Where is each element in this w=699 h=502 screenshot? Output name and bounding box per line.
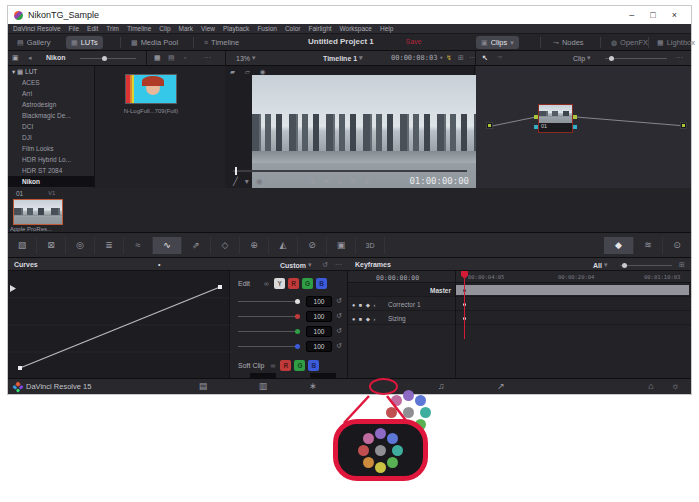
openfx-button[interactable]: ◍ OpenFX: [606, 36, 653, 49]
keyframes-options-icon[interactable]: ⊞: [679, 261, 685, 269]
g-value[interactable]: 100: [306, 326, 332, 337]
menu-davinci-resolve[interactable]: DaVinci Resolve: [13, 25, 61, 32]
node-options-icon[interactable]: ···: [676, 54, 683, 61]
node-output-socket[interactable]: [680, 122, 687, 129]
b-value[interactable]: 100: [306, 341, 332, 352]
close-button[interactable]: ×: [672, 10, 677, 20]
menu-color[interactable]: Color: [285, 25, 301, 32]
play-button[interactable]: ▶: [351, 177, 356, 185]
viewer-timecode[interactable]: 00:00:08:03 ▾: [391, 54, 444, 62]
master-track-bar[interactable]: [456, 285, 689, 295]
lut-tree-item[interactable]: ACES: [8, 77, 94, 88]
reset-icon[interactable]: ↺: [336, 327, 342, 335]
key-icon[interactable]: ⊘: [298, 237, 327, 254]
reset-icon[interactable]: ↺: [336, 312, 342, 320]
minimize-button[interactable]: –: [629, 10, 634, 20]
viewer-timeline-select[interactable]: Timeline 1 ▾: [323, 54, 363, 62]
soft-clip-r-button[interactable]: R: [280, 360, 291, 371]
color-match-icon[interactable]: ⊠: [37, 237, 66, 254]
r-slider[interactable]: [238, 316, 298, 317]
keyframes-zoom-slider[interactable]: [620, 265, 672, 266]
chevron-down-icon[interactable]: ▾: [245, 177, 249, 186]
menu-help[interactable]: Help: [380, 25, 393, 32]
menu-workspace[interactable]: Workspace: [340, 25, 372, 32]
viewer-zoom-select[interactable]: 13% ▾: [236, 54, 256, 62]
timeline-button[interactable]: ≡ Timeline: [199, 36, 244, 49]
link-channels-icon[interactable]: ∞: [270, 362, 275, 369]
fairlight-page-icon[interactable]: ♫: [434, 381, 448, 391]
channel-b-button[interactable]: B: [316, 278, 327, 289]
qualifier-icon[interactable]: ⇗: [182, 237, 211, 254]
hand-tool-icon[interactable]: ☞: [497, 54, 503, 62]
g-slider-knob[interactable]: [295, 329, 300, 334]
channel-y-button[interactable]: Y: [274, 278, 285, 289]
b-slider-knob[interactable]: [295, 344, 300, 349]
lut-tree-item[interactable]: DCI: [8, 121, 94, 132]
menu-clip[interactable]: Clip: [159, 25, 170, 32]
lut-tree-item[interactable]: DJI: [8, 132, 94, 143]
corrector-node[interactable]: 01: [538, 104, 573, 133]
viewer-mode-b-icon[interactable]: ▱: [245, 68, 254, 75]
expand-icon[interactable]: ⊞: [458, 54, 464, 62]
wipe-icon[interactable]: ◉: [256, 177, 263, 186]
motion-effects-icon[interactable]: ≈: [124, 237, 153, 254]
lut-tree-item[interactable]: Film Looks: [8, 143, 94, 154]
menu-playback[interactable]: Playback: [223, 25, 249, 32]
soft-clip-b-button[interactable]: B: [308, 360, 319, 371]
back-icon[interactable]: ◂: [28, 54, 32, 62]
bypass-icon[interactable]: ↯: [446, 54, 452, 62]
rgb-mixer-icon[interactable]: ≣: [95, 237, 124, 254]
jog-bar[interactable]: [233, 170, 467, 172]
clips-button[interactable]: ▣ Clips ▾: [476, 36, 519, 49]
node-key-input-pin[interactable]: [534, 125, 538, 129]
menu-view[interactable]: View: [201, 25, 215, 32]
node-input-socket[interactable]: [486, 122, 493, 129]
node-rgb-output-pin[interactable]: [573, 115, 577, 119]
lut-thumbnail[interactable]: [125, 74, 177, 104]
y-value[interactable]: 100: [306, 296, 332, 307]
nodes-button[interactable]: ⊸ Nodes: [548, 36, 589, 49]
curves-icon[interactable]: ∿: [153, 237, 182, 254]
scopes-icon[interactable]: ≋: [633, 237, 662, 254]
list-view-icon[interactable]: ▤: [168, 54, 175, 62]
lut-tree-item[interactable]: HDR Hybrid Lo...: [8, 154, 94, 165]
menu-trim[interactable]: Trim: [106, 25, 119, 32]
menu-fairlight[interactable]: Fairlight: [308, 25, 331, 32]
step-back-button[interactable]: ◀: [323, 177, 328, 185]
curves-reset-icon[interactable]: ↺: [322, 261, 328, 269]
y-slider[interactable]: [238, 301, 298, 302]
edit-page-icon[interactable]: ▥: [256, 381, 270, 391]
keyframes-filter-select[interactable]: All ▾: [593, 261, 607, 269]
loop-button[interactable]: ↻: [381, 177, 387, 185]
reset-icon[interactable]: ↺: [336, 297, 342, 305]
y-slider-knob[interactable]: [295, 299, 300, 304]
lut-tree-item[interactable]: HDR ST 2084: [8, 165, 94, 176]
curves-options-icon[interactable]: ···: [335, 261, 342, 268]
lut-tree-root[interactable]: ▾ ▦ LUT: [8, 66, 94, 77]
node-mode-select[interactable]: Clip ▾: [573, 54, 591, 62]
go-to-start-button[interactable]: |◀: [307, 177, 314, 185]
curves-mode-select[interactable]: Custom ▾: [280, 261, 312, 269]
viewer-mode-c-icon[interactable]: ◉: [260, 68, 270, 75]
r-slider-knob[interactable]: [295, 314, 300, 319]
go-to-end-button[interactable]: ▶|: [365, 177, 372, 185]
soft-clip-g-button[interactable]: G: [294, 360, 305, 371]
draw-tool-icon[interactable]: ╱: [233, 177, 238, 186]
sizing-icon[interactable]: ▣: [327, 237, 356, 254]
media-pool-button[interactable]: ▩ Media Pool: [126, 36, 183, 49]
g-slider[interactable]: [238, 331, 298, 332]
link-channels-icon[interactable]: ∞: [264, 280, 269, 287]
lightbox-button[interactable]: ▦ Lightbox: [652, 36, 699, 49]
b-slider[interactable]: [238, 346, 298, 347]
menu-edit[interactable]: Edit: [87, 25, 98, 32]
lut-panel-icon[interactable]: ▣: [12, 54, 19, 62]
lut-tree-item[interactable]: Blackmagic De...: [8, 110, 94, 121]
channel-g-button[interactable]: G: [302, 278, 313, 289]
camera-raw-icon[interactable]: ▧: [8, 237, 37, 254]
blur-icon[interactable]: ◭: [269, 237, 298, 254]
node-zoom-slider[interactable]: [605, 58, 667, 59]
menu-fusion[interactable]: Fusion: [257, 25, 277, 32]
thumb-size-slider[interactable]: [80, 58, 136, 59]
lut-tree-item-selected[interactable]: Nikon: [8, 176, 94, 187]
gallery-button[interactable]: ▤ Gallery: [12, 36, 55, 49]
